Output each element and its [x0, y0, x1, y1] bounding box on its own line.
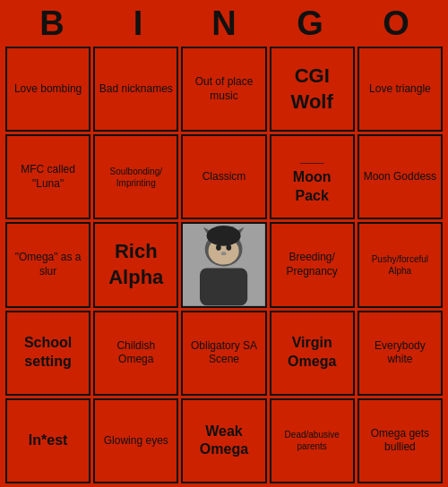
- cell-text-r4c0: In*est: [29, 431, 68, 450]
- cell-text-r0c3: CGI Wolf: [275, 64, 349, 115]
- cell-text-r0c0: Love bombing: [14, 82, 82, 97]
- cell-r0c1: Bad nicknames: [93, 47, 178, 132]
- cell-text-r3c0: School setting: [11, 334, 85, 372]
- cell-text-r4c4: Omega gets bullied: [363, 427, 437, 455]
- cell-r2c4: Pushy/forceful Alpha: [358, 222, 443, 307]
- svg-point-7: [221, 252, 227, 256]
- cell-text-r3c4: Everybody white: [363, 339, 437, 367]
- cell-r2c2: [181, 222, 266, 307]
- cell-text-r4c1: Glowing eyes: [104, 434, 168, 449]
- cell-r4c1: Glowing eyes: [93, 398, 178, 483]
- cell-r1c2: Classicm: [181, 134, 266, 219]
- cell-r2c3: Breeding/ Pregnancy: [270, 222, 355, 307]
- cell-text-r4c3: Dead/abusive parents: [275, 429, 349, 452]
- title-i: I: [99, 4, 177, 43]
- cell-text-r1c1: Soulbonding/ Imprinting: [99, 166, 173, 189]
- cell-text-r3c2: Obligatory SA Scene: [186, 339, 261, 367]
- cell-r0c2: Out of place music: [181, 47, 266, 132]
- cell-r4c3: Dead/abusive parents: [270, 398, 355, 483]
- cell-r4c2: Weak Omega: [181, 398, 266, 483]
- cell-text-r2c3: Breeding/ Pregnancy: [275, 251, 349, 278]
- title-n: N: [185, 4, 263, 43]
- cell-r3c2: Obligatory SA Scene: [181, 311, 266, 396]
- cell-r3c4: Everybody white: [358, 311, 443, 396]
- cell-r2c0: "Omega" as a slur: [5, 222, 90, 307]
- title-b: B: [13, 4, 91, 43]
- cell-r4c0: In*est: [5, 398, 90, 483]
- cell-r3c3: Virgin Omega: [270, 311, 355, 396]
- cell-text-r4c2: Weak Omega: [186, 423, 261, 460]
- svg-point-9: [207, 226, 241, 246]
- cell-text-r1c3: Moon Pack: [275, 149, 349, 206]
- cell-text-r3c1: Childish Omega: [99, 339, 173, 367]
- bingo-grid: Love bombing Bad nicknames Out of place …: [5, 47, 443, 483]
- title-g: G: [271, 4, 349, 43]
- cell-text-r0c2: Out of place music: [186, 75, 261, 103]
- cell-text-r3c3: Virgin Omega: [275, 334, 349, 372]
- cell-text-r1c2: Classicm: [202, 170, 246, 184]
- bingo-title: B I N G O: [9, 0, 439, 47]
- cell-text-r2c0: "Omega" as a slur: [11, 251, 85, 278]
- wolf-image: [183, 224, 264, 305]
- cell-text-r2c4: Pushy/forceful Alpha: [363, 253, 437, 277]
- cell-text-r1c4: Moon Goddess: [364, 170, 436, 184]
- cell-text-r0c4: Love triangle: [369, 82, 431, 97]
- cell-r1c0: MFC called "Luna": [5, 134, 90, 219]
- cell-r3c1: Childish Omega: [93, 311, 178, 396]
- cell-r1c3: Moon Pack: [270, 134, 355, 219]
- cell-r0c0: Love bombing: [5, 47, 90, 132]
- cell-text-r0c1: Bad nicknames: [99, 82, 173, 97]
- cell-r4c4: Omega gets bullied: [358, 398, 443, 483]
- cell-text-r2c1: Rich Alpha: [99, 239, 173, 290]
- title-o: O: [357, 4, 435, 43]
- cell-r1c4: Moon Goddess: [358, 134, 443, 219]
- cell-r3c0: School setting: [5, 311, 90, 396]
- cell-r0c3: CGI Wolf: [270, 47, 355, 132]
- cell-r2c1: Rich Alpha: [93, 222, 178, 307]
- svg-rect-8: [200, 269, 247, 306]
- cell-r0c4: Love triangle: [358, 47, 443, 132]
- cell-r1c1: Soulbonding/ Imprinting: [93, 134, 178, 219]
- cell-text-r1c0: MFC called "Luna": [11, 163, 85, 191]
